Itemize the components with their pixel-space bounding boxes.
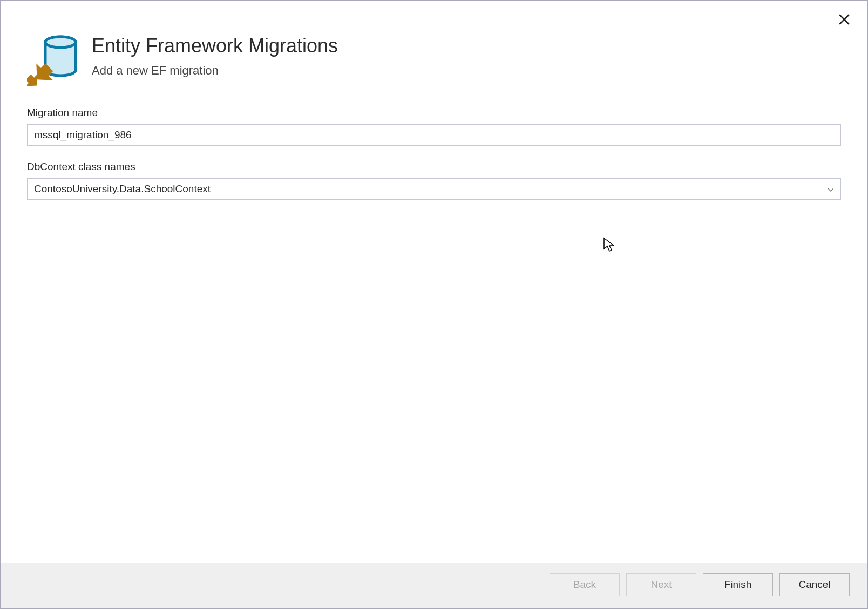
finish-button[interactable]: Finish bbox=[703, 573, 773, 596]
dbcontext-select[interactable] bbox=[27, 178, 841, 200]
dialog-footer: Back Next Finish Cancel bbox=[1, 563, 867, 608]
cancel-button[interactable]: Cancel bbox=[779, 573, 850, 596]
back-button: Back bbox=[550, 573, 620, 596]
dbcontext-label: DbContext class names bbox=[27, 161, 841, 173]
close-icon bbox=[839, 14, 850, 25]
dbcontext-select-wrap bbox=[27, 178, 841, 200]
next-button: Next bbox=[626, 573, 696, 596]
dialog-subtitle: Add a new EF migration bbox=[92, 64, 338, 78]
dialog-header: Entity Framework Migrations Add a new EF… bbox=[1, 1, 867, 103]
svg-point-3 bbox=[45, 37, 76, 48]
migration-name-input[interactable] bbox=[27, 124, 841, 146]
dialog-title: Entity Framework Migrations bbox=[92, 35, 338, 57]
dialog-content: Migration name DbContext class names bbox=[1, 103, 867, 563]
dbcontext-group: DbContext class names bbox=[27, 161, 841, 200]
close-button[interactable] bbox=[837, 12, 852, 27]
migration-icon bbox=[27, 31, 79, 90]
migration-name-label: Migration name bbox=[27, 107, 841, 119]
header-text: Entity Framework Migrations Add a new EF… bbox=[92, 31, 338, 78]
migration-name-group: Migration name bbox=[27, 107, 841, 146]
dialog-window: Entity Framework Migrations Add a new EF… bbox=[0, 0, 868, 609]
